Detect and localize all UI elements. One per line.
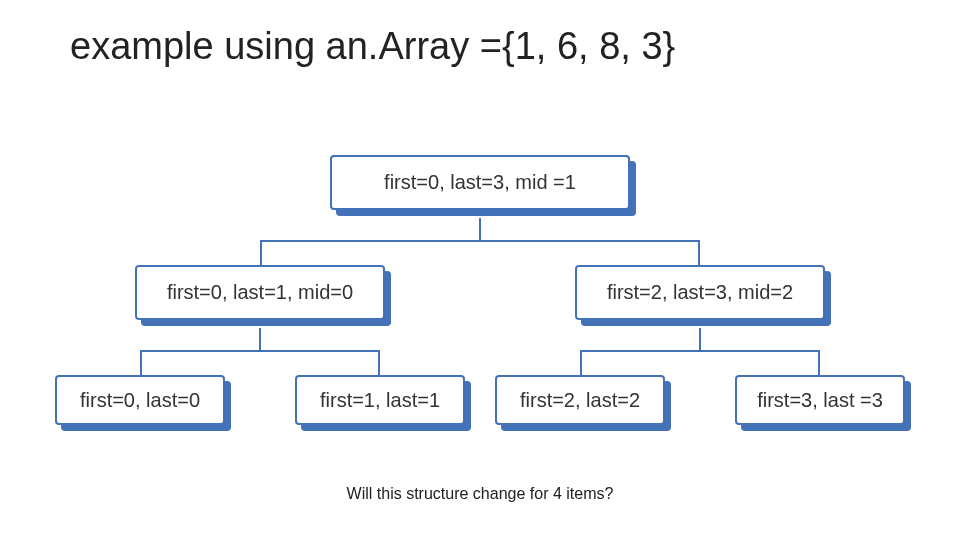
node-rl: first=2, last=2 xyxy=(495,375,665,425)
connector xyxy=(699,328,701,350)
connector xyxy=(580,350,820,352)
connector xyxy=(140,350,380,352)
node-lr-label: first=1, last=1 xyxy=(320,389,440,412)
connector xyxy=(378,350,380,375)
connector xyxy=(140,350,142,375)
node-root: first=0, last=3, mid =1 xyxy=(330,155,630,210)
connector xyxy=(580,350,582,375)
node-root-label: first=0, last=3, mid =1 xyxy=(384,171,576,194)
footnote: Will this structure change for 4 items? xyxy=(0,485,960,503)
slide: example using an.Array ={1, 6, 8, 3} fir… xyxy=(0,0,960,540)
node-rr: first=3, last =3 xyxy=(735,375,905,425)
node-rr-label: first=3, last =3 xyxy=(757,389,883,412)
node-left-label: first=0, last=1, mid=0 xyxy=(167,281,353,304)
connector xyxy=(698,240,700,265)
node-ll: first=0, last=0 xyxy=(55,375,225,425)
connector xyxy=(260,240,700,242)
connector xyxy=(479,218,481,240)
node-ll-label: first=0, last=0 xyxy=(80,389,200,412)
node-right: first=2, last=3, mid=2 xyxy=(575,265,825,320)
node-lr: first=1, last=1 xyxy=(295,375,465,425)
node-left: first=0, last=1, mid=0 xyxy=(135,265,385,320)
node-rl-label: first=2, last=2 xyxy=(520,389,640,412)
node-right-label: first=2, last=3, mid=2 xyxy=(607,281,793,304)
connector xyxy=(259,328,261,350)
slide-title: example using an.Array ={1, 6, 8, 3} xyxy=(70,25,675,68)
connector xyxy=(260,240,262,265)
connector xyxy=(818,350,820,375)
